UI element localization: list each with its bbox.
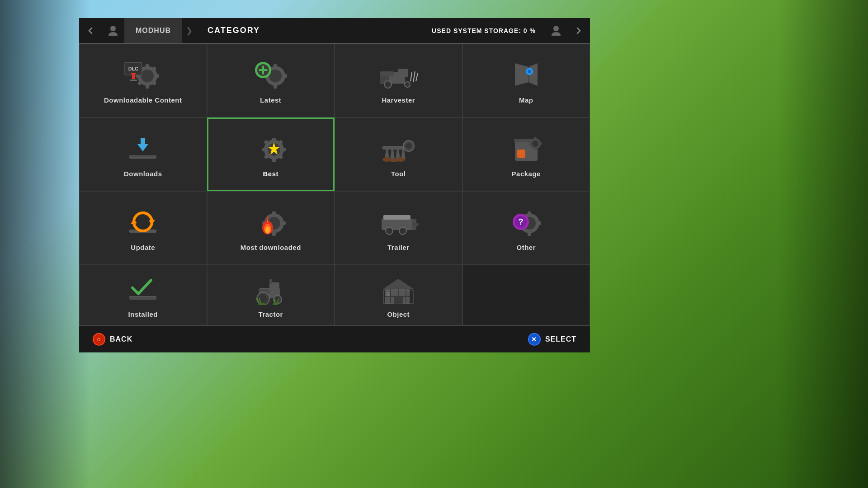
best-icon — [250, 131, 291, 165]
svg-rect-87 — [412, 223, 419, 226]
downloads-icon — [123, 131, 163, 165]
category-installed[interactable]: Installed — [79, 265, 207, 325]
profile-icon — [102, 18, 124, 43]
dlc-label: Downloadable Content — [104, 96, 182, 104]
header-bar: MODHUB ❯ CATEGORY USED SYSTEM STORAGE: 0… — [79, 18, 590, 43]
storage-info: USED SYSTEM STORAGE: 0 % — [432, 27, 545, 34]
svg-rect-81 — [282, 221, 286, 225]
svg-rect-79 — [272, 232, 276, 236]
svg-rect-48 — [282, 148, 286, 151]
svg-text:⊞: ⊞ — [386, 291, 391, 297]
category-map[interactable]: Map — [462, 44, 590, 117]
svg-rect-94 — [528, 232, 531, 236]
svg-point-39 — [528, 70, 531, 73]
category-other[interactable]: ? Other — [462, 191, 590, 265]
back-nav-button[interactable] — [79, 18, 102, 43]
svg-rect-15 — [132, 75, 135, 79]
svg-text:?: ? — [518, 217, 523, 226]
svg-point-68 — [532, 141, 538, 147]
category-package[interactable]: Package — [462, 117, 590, 191]
svg-point-61 — [396, 157, 405, 162]
installed-label: Installed — [128, 310, 158, 318]
svg-line-33 — [410, 72, 412, 81]
svg-marker-41 — [137, 138, 148, 151]
category-most-downloaded[interactable]: Most downloaded — [207, 191, 335, 265]
other-icon: ? — [506, 205, 547, 239]
category-downloads[interactable]: Downloads — [79, 117, 207, 191]
svg-rect-42 — [129, 155, 156, 157]
svg-rect-29 — [398, 69, 408, 77]
trailer-icon — [378, 205, 419, 239]
svg-point-31 — [384, 81, 392, 88]
other-label: Other — [516, 244, 536, 251]
svg-marker-58 — [401, 150, 406, 159]
svg-text:DLC: DLC — [128, 66, 139, 71]
back-button-icon: ○ — [93, 333, 105, 346]
best-label: Best — [263, 170, 278, 178]
map-icon — [506, 58, 547, 92]
tool-icon — [378, 131, 419, 165]
update-icon — [123, 205, 163, 239]
svg-point-32 — [405, 82, 410, 87]
back-button[interactable]: ○ BACK — [93, 333, 132, 346]
forward-nav-button — [545, 18, 567, 43]
trailer-label: Trailer — [387, 244, 410, 251]
tractor-icon — [250, 272, 291, 306]
object-icon: ⊞ — [378, 272, 419, 306]
category-harvester[interactable]: Harvester — [335, 44, 462, 117]
tool-label: Tool — [391, 170, 406, 178]
svg-rect-4 — [146, 64, 149, 68]
svg-point-0 — [110, 26, 116, 31]
svg-point-1 — [553, 26, 559, 31]
svg-rect-20 — [274, 85, 277, 89]
svg-rect-90 — [383, 215, 410, 220]
downloads-label: Downloads — [124, 170, 162, 178]
category-latest[interactable]: Latest — [207, 44, 335, 117]
svg-line-34 — [413, 71, 415, 82]
svg-point-63 — [406, 143, 411, 149]
tractor-label: Tractor — [259, 310, 283, 318]
main-window: MODHUB ❯ CATEGORY USED SYSTEM STORAGE: 0… — [79, 18, 590, 352]
dlc-icon: DLC — [123, 58, 163, 92]
latest-icon — [250, 58, 291, 92]
package-label: Package — [512, 170, 541, 178]
svg-rect-124 — [394, 296, 403, 304]
category-tool[interactable]: Tool — [335, 117, 462, 191]
svg-point-3 — [141, 70, 154, 82]
category-dlc[interactable]: DLC Downloadable Content — [79, 44, 207, 117]
forward-arrow-button[interactable] — [567, 18, 590, 43]
svg-rect-93 — [528, 211, 531, 215]
category-best[interactable]: Best — [207, 117, 335, 191]
category-trailer[interactable]: Trailer — [335, 191, 462, 265]
bottom-bar: ○ BACK ✕ SELECT — [79, 325, 590, 352]
svg-rect-16 — [130, 80, 137, 81]
svg-marker-117 — [382, 279, 414, 289]
svg-point-89 — [399, 227, 406, 235]
svg-rect-78 — [272, 211, 276, 215]
svg-rect-66 — [517, 150, 525, 158]
latest-label: Latest — [260, 96, 281, 104]
category-update[interactable]: Update — [79, 191, 207, 265]
category-tractor[interactable]: Tractor — [207, 265, 335, 325]
back-button-label: BACK — [110, 335, 132, 343]
svg-rect-72 — [539, 142, 542, 145]
select-button-icon: ✕ — [528, 333, 541, 346]
svg-rect-70 — [534, 148, 537, 150]
modhub-tab[interactable]: MODHUB — [124, 18, 182, 43]
svg-rect-47 — [262, 148, 266, 151]
package-icon — [506, 131, 547, 165]
svg-marker-75 — [149, 220, 155, 225]
svg-point-84 — [265, 226, 270, 234]
svg-rect-7 — [156, 74, 159, 78]
breadcrumb-arrow: ❯ — [182, 26, 196, 36]
svg-rect-5 — [146, 85, 149, 89]
select-button[interactable]: ✕ SELECT — [528, 333, 576, 346]
svg-point-106 — [259, 295, 267, 302]
svg-rect-22 — [283, 74, 287, 78]
svg-rect-69 — [534, 137, 537, 140]
category-object[interactable]: ⊞ Object — [335, 265, 462, 325]
svg-line-35 — [416, 73, 418, 81]
svg-marker-36 — [515, 63, 538, 86]
svg-rect-19 — [274, 64, 277, 68]
object-label: Object — [387, 310, 410, 318]
